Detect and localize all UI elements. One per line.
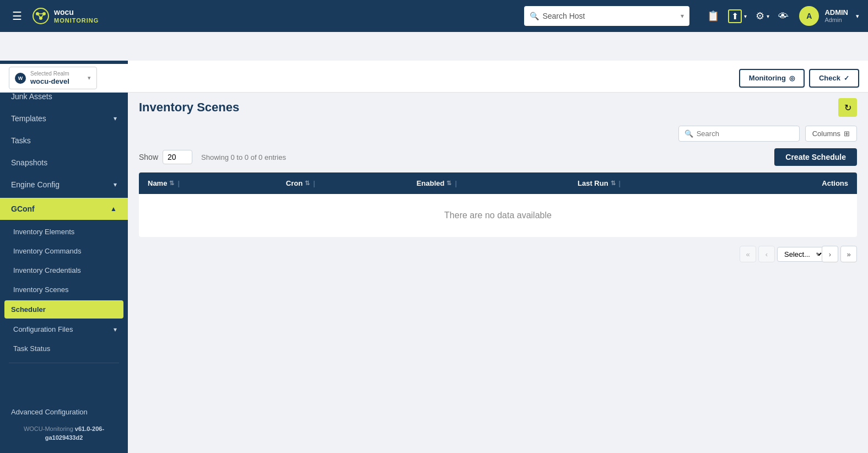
check-icon: ✓	[844, 74, 849, 82]
sidebar-item-inventory-commands[interactable]: Inventory Commands	[0, 241, 128, 261]
refresh-icon: ↻	[844, 103, 851, 113]
th-cron[interactable]: Cron ⇅ |	[277, 172, 408, 194]
page-select[interactable]: Select...	[777, 247, 824, 262]
sidebar-bottom: Advanced Configuration WOCU-Monitoring v…	[0, 397, 128, 453]
search-host-container[interactable]: 🔍 Search Host ▾	[524, 6, 689, 26]
config-files-chevron: ▾	[114, 326, 117, 333]
hamburger-button[interactable]: ☰	[9, 6, 25, 26]
refresh-button[interactable]: ↻	[838, 98, 857, 117]
realm-chevron: ▾	[88, 74, 91, 82]
avatar: A	[799, 6, 819, 26]
nav-icons-group: 📋 ⬆ ▾ ⚙ ▾ 👁	[707, 9, 788, 23]
eyecross-nav-button[interactable]: 👁	[778, 10, 788, 22]
sidebar-item-inventory-credentials[interactable]: Inventory Credentials	[0, 261, 128, 280]
table-header: Name ⇅ | Cron ⇅ |	[139, 172, 857, 194]
templates-chevron: ▾	[114, 115, 117, 122]
columns-button[interactable]: Columns ⊞	[805, 126, 857, 142]
sidebar-item-scheduler[interactable]: Scheduler	[4, 300, 123, 319]
sidebar-item-tasks[interactable]: Tasks	[0, 130, 128, 152]
show-select[interactable]: 20 50 100	[163, 150, 192, 164]
th-name[interactable]: Name ⇅ |	[139, 172, 277, 194]
sort-icon-cron: ⇅	[305, 180, 310, 187]
sort-icon-last-run: ⇅	[611, 180, 616, 187]
sidebar-item-inventory-scenes[interactable]: Inventory Scenes	[0, 280, 128, 299]
th-last-run[interactable]: Last Run ⇅ |	[569, 172, 737, 194]
logo-text: wocu monitoring	[54, 8, 99, 23]
search-host-text: Search Host	[542, 12, 677, 20]
action-buttons: Monitoring ◎ Check ✓	[739, 69, 859, 88]
user-name: ADMIN	[824, 8, 848, 17]
monitoring-button[interactable]: Monitoring ◎	[739, 69, 805, 88]
logo-monitoring: monitoring	[54, 17, 99, 24]
user-area[interactable]: A ADMIN Admin ▾	[799, 6, 859, 26]
table-body: There are no data available	[139, 194, 857, 237]
th-actions: Actions	[737, 172, 857, 194]
svg-point-0	[33, 8, 48, 24]
realm-label: Selected Realm	[30, 71, 83, 77]
realm-name: wocu-devel	[30, 77, 83, 86]
no-data-text: There are no data available	[444, 211, 552, 220]
user-role: Admin	[824, 17, 848, 24]
create-schedule-button[interactable]: Create Schedule	[774, 148, 857, 166]
realm-selector[interactable]: W Selected Realm wocu-devel ▾	[9, 67, 97, 90]
content-area: Wocu-Devel | Configuration Configuration…	[128, 61, 868, 453]
sidebar-item-configuration-files[interactable]: Configuration Files ▾	[0, 320, 128, 339]
th-enabled[interactable]: Enabled ⇅ |	[408, 172, 569, 194]
page-content: Inventory Scenes ↻ 🔍 Columns ⊞	[128, 87, 868, 453]
sidebar: Operation Configuration Junk Assets Temp…	[0, 61, 128, 453]
notes-icon: 📋	[707, 10, 719, 22]
user-info: ADMIN Admin	[824, 8, 848, 24]
check-button[interactable]: Check ✓	[809, 69, 859, 88]
eye-cross-icon: 👁	[778, 10, 788, 22]
gconf-label: GConf	[11, 204, 35, 213]
search-box[interactable]: 🔍	[678, 126, 800, 142]
engine-config-chevron: ▾	[114, 181, 117, 188]
sort-icon-enabled: ⇅	[446, 180, 451, 187]
page-title: Inventory Scenes	[139, 100, 239, 115]
top-navigation: ☰ wocu monitoring 🔍 Search Host ▾ 📋 ⬆ ▾	[0, 0, 868, 32]
sidebar-item-snapshots[interactable]: Snapshots	[0, 152, 128, 174]
check-button-label: Check	[819, 74, 840, 82]
pagination-prev-button[interactable]: ‹	[758, 246, 775, 262]
sidebar-item-task-status[interactable]: Task Status	[0, 339, 128, 358]
search-host-icon: 🔍	[530, 12, 539, 20]
sidebar-gconf-header[interactable]: GConf ▲	[0, 198, 128, 220]
top-controls: 🔍 Columns ⊞	[139, 126, 857, 142]
pagination-first-button[interactable]: «	[740, 246, 756, 262]
search-host-chevron: ▾	[681, 12, 684, 20]
logo-area: wocu monitoring	[32, 7, 99, 25]
monitoring-button-label: Monitoring	[749, 74, 786, 82]
show-controls: Show 20 50 100 Showing 0 to 0 of 0 entri…	[139, 150, 286, 164]
svg-line-6	[41, 14, 44, 18]
export-nav-button[interactable]: ⬆ ▾	[728, 9, 747, 23]
settings-chevron: ▾	[767, 13, 769, 19]
hamburger-icon: ☰	[12, 9, 22, 23]
wocu-logo-icon	[32, 7, 50, 25]
sort-icon-name: ⇅	[169, 180, 174, 187]
svg-line-5	[37, 14, 41, 18]
sidebar-divider	[9, 363, 119, 363]
sidebar-item-templates[interactable]: Templates ▾	[0, 107, 128, 130]
export-chevron: ▾	[744, 13, 747, 19]
pagination-bar: « ‹ Select... ▾ › »	[139, 246, 857, 262]
search-input[interactable]	[697, 130, 794, 138]
sidebar-item-inventory-elements[interactable]: Inventory Elements	[0, 222, 128, 241]
notes-nav-button[interactable]: 📋	[707, 10, 719, 22]
table-controls: Show 20 50 100 Showing 0 to 0 of 0 entri…	[139, 148, 857, 166]
page-select-container: Select... ▾	[777, 247, 820, 262]
pagination-next-button[interactable]: ›	[822, 246, 838, 262]
sidebar-item-engine-config[interactable]: Engine Config ▾	[0, 174, 128, 196]
columns-label: Columns	[812, 130, 840, 138]
sidebar-item-advanced-config[interactable]: Advanced Configuration	[9, 403, 119, 420]
gconf-chevron: ▲	[110, 205, 117, 213]
monitoring-icon: ◎	[789, 74, 795, 82]
user-menu-chevron: ▾	[856, 13, 859, 20]
no-data-row: There are no data available	[139, 194, 857, 237]
data-table: Name ⇅ | Cron ⇅ |	[139, 172, 857, 237]
export-icon: ⬆	[728, 9, 742, 23]
realm-icon: W	[15, 73, 26, 84]
settings-nav-button[interactable]: ⚙ ▾	[756, 10, 769, 22]
page-header: Inventory Scenes ↻	[139, 98, 857, 117]
pagination-last-button[interactable]: »	[840, 246, 857, 262]
show-label: Show	[139, 153, 158, 161]
